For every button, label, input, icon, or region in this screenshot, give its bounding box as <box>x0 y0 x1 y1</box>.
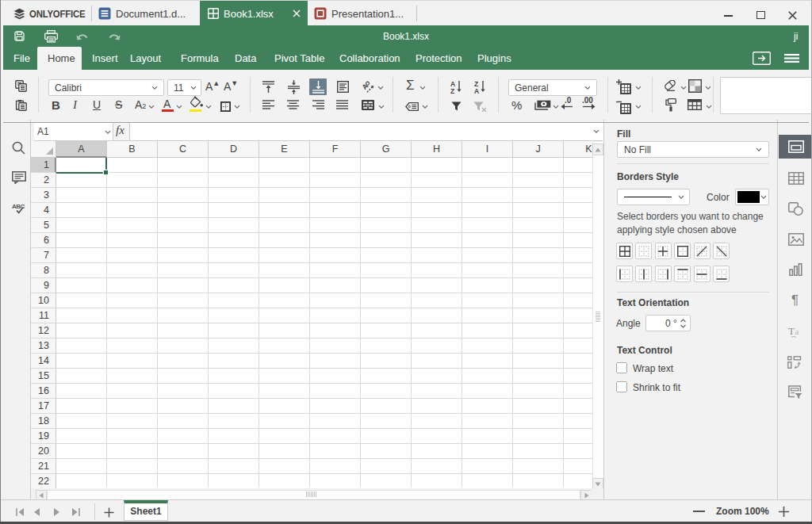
svg-text:Z: Z <box>450 87 454 94</box>
svg-text:T: T <box>788 325 795 337</box>
svg-text:.0: .0 <box>565 97 572 105</box>
svg-text:ABC: ABC <box>12 203 25 210</box>
svg-text:a: a <box>795 327 799 336</box>
svg-text:.00: .00 <box>582 97 593 105</box>
svg-text:A: A <box>474 87 479 94</box>
